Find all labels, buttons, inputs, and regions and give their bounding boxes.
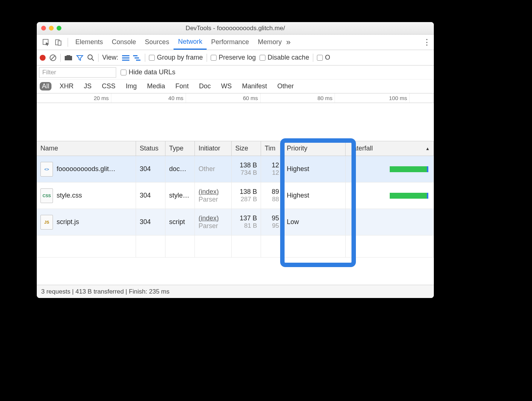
- cell-priority: Low: [283, 209, 346, 235]
- svg-rect-9: [122, 55, 129, 56]
- cell-initiator: (index)Parser: [195, 182, 232, 209]
- file-icon: JS: [40, 215, 53, 230]
- type-filter-xhr[interactable]: XHR: [57, 82, 76, 91]
- tabs-overflow-icon[interactable]: »: [286, 38, 290, 47]
- type-filter-all[interactable]: All: [40, 82, 51, 91]
- col-type[interactable]: Type: [165, 141, 195, 156]
- svg-rect-12: [133, 55, 138, 56]
- clear-icon[interactable]: [49, 54, 57, 61]
- type-filter-doc[interactable]: Doc: [197, 82, 213, 91]
- col-name[interactable]: Name: [37, 141, 136, 156]
- filter-icon[interactable]: [76, 54, 83, 61]
- cell-time: 8988: [261, 182, 283, 209]
- cell-type: script: [165, 209, 195, 235]
- more-menu-icon[interactable]: ⋮: [423, 38, 431, 47]
- cell-time: 1212: [261, 156, 283, 182]
- cell-waterfall: [346, 209, 434, 235]
- tab-memory[interactable]: Memory: [253, 35, 286, 50]
- file-icon: <>: [40, 162, 53, 177]
- tab-performance[interactable]: Performance: [207, 35, 253, 50]
- status-bar: 3 requests | 413 B transferred | Finish:…: [37, 285, 434, 298]
- col-status[interactable]: Status: [136, 141, 165, 156]
- table-header[interactable]: Name Status Type Initiator Size Tim Prio…: [37, 141, 434, 156]
- screenshots-icon[interactable]: [64, 55, 72, 61]
- resource-type-filters: AllXHRJSCSSImgMediaFontDocWSManifestOthe…: [37, 79, 434, 93]
- devtools-window: DevTools - fooooooooods.glitch.me/ Eleme…: [37, 22, 434, 298]
- col-time[interactable]: Tim: [261, 141, 283, 156]
- timeline-tick: 60 ms: [186, 93, 261, 103]
- svg-point-7: [88, 55, 92, 59]
- timeline-overview[interactable]: 20 ms40 ms60 ms80 ms100 ms: [37, 93, 434, 141]
- device-toolbar-icon[interactable]: [54, 38, 63, 46]
- type-filter-font[interactable]: Font: [173, 82, 191, 91]
- svg-rect-2: [58, 41, 61, 45]
- type-filter-css[interactable]: CSS: [100, 82, 118, 91]
- timeline-tick: 100 ms: [335, 93, 410, 103]
- tab-console[interactable]: Console: [107, 35, 140, 50]
- large-rows-icon[interactable]: [122, 54, 129, 61]
- table-row[interactable]: CSSstyle.css304style…(index)Parser138 B2…: [37, 182, 434, 209]
- svg-rect-14: [136, 60, 140, 61]
- filter-input[interactable]: Filter: [39, 67, 116, 78]
- traffic-lights: [41, 26, 61, 31]
- file-name: fooooooooods.glit…: [57, 165, 115, 173]
- tab-elements[interactable]: Elements: [71, 35, 107, 50]
- group-by-frame-checkbox[interactable]: Group by frame: [149, 54, 203, 61]
- table-row[interactable]: JSscript.js304script(index)Parser137 B81…: [37, 209, 434, 235]
- cell-status: 304: [136, 209, 165, 235]
- type-filter-ws[interactable]: WS: [219, 82, 234, 91]
- svg-line-8: [92, 59, 94, 61]
- type-filter-media[interactable]: Media: [145, 82, 167, 91]
- col-size[interactable]: Size: [232, 141, 261, 156]
- inspect-element-icon[interactable]: [42, 38, 50, 46]
- search-icon[interactable]: [87, 54, 94, 61]
- file-icon: CSS: [40, 188, 53, 203]
- svg-rect-6: [67, 55, 70, 57]
- col-waterfall[interactable]: aterfall: [346, 141, 434, 156]
- col-initiator[interactable]: Initiator: [195, 141, 232, 156]
- view-label: View:: [102, 54, 118, 61]
- file-name: script.js: [57, 218, 79, 226]
- preserve-log-checkbox[interactable]: Preserve log: [211, 54, 256, 61]
- svg-rect-13: [135, 57, 139, 58]
- record-button[interactable]: [40, 55, 46, 61]
- cell-initiator: Other: [195, 156, 232, 182]
- waterfall-view-icon[interactable]: [133, 54, 141, 61]
- cell-type: style…: [165, 182, 195, 209]
- table-row[interactable]: <>fooooooooods.glit…304doc…Other138 B734…: [37, 156, 434, 182]
- tab-network[interactable]: Network: [174, 35, 207, 50]
- maximize-icon[interactable]: [57, 26, 61, 31]
- offline-checkbox-truncated[interactable]: O: [317, 54, 330, 61]
- minimize-icon[interactable]: [49, 26, 54, 31]
- network-toolbar: View: Group by frame Preserve log Disabl…: [37, 50, 434, 65]
- type-filter-manifest[interactable]: Manifest: [240, 82, 269, 91]
- hide-data-urls-checkbox[interactable]: Hide data URLs: [121, 68, 175, 76]
- svg-line-4: [51, 56, 55, 60]
- cell-status: 304: [136, 182, 165, 209]
- panel-tabs: ElementsConsoleSourcesNetworkPerformance…: [37, 35, 434, 50]
- svg-rect-11: [122, 60, 129, 61]
- timeline-tick: 80 ms: [261, 93, 335, 103]
- timeline-tick: 20 ms: [37, 93, 111, 103]
- type-filter-img[interactable]: Img: [124, 82, 139, 91]
- cell-size: 138 B734 B: [232, 156, 261, 182]
- svg-rect-10: [122, 57, 129, 58]
- tab-sources[interactable]: Sources: [140, 35, 174, 50]
- titlebar: DevTools - fooooooooods.glitch.me/: [37, 22, 434, 35]
- type-filter-other[interactable]: Other: [275, 82, 296, 91]
- cell-size: 137 B81 B: [232, 209, 261, 235]
- cell-priority: Highest: [283, 182, 346, 209]
- cell-status: 304: [136, 156, 165, 182]
- type-filter-js[interactable]: JS: [82, 82, 94, 91]
- col-priority[interactable]: Priority: [283, 141, 346, 156]
- timeline-tick: 40 ms: [111, 93, 186, 103]
- file-name: style.css: [57, 192, 82, 199]
- cell-waterfall: [346, 156, 434, 182]
- disable-cache-checkbox[interactable]: Disable cache: [260, 54, 309, 61]
- requests-table: Name Status Type Initiator Size Tim Prio…: [37, 141, 434, 285]
- cell-type: doc…: [165, 156, 195, 182]
- status-summary: 3 requests | 413 B transferred | Finish:…: [41, 288, 169, 295]
- close-icon[interactable]: [41, 26, 46, 31]
- cell-time: 9595: [261, 209, 283, 235]
- cell-priority: Highest: [283, 156, 346, 182]
